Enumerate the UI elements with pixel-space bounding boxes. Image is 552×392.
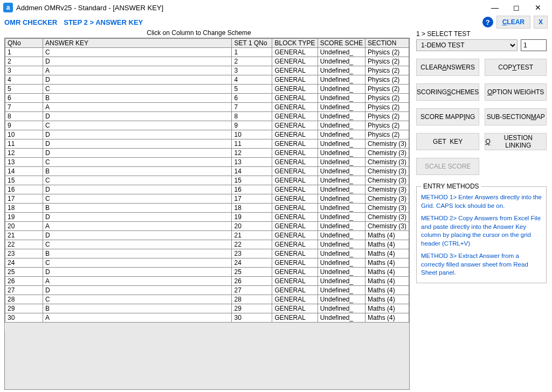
- close-button[interactable]: ✕: [527, 1, 549, 14]
- cell-set[interactable]: 15: [232, 176, 272, 185]
- cell-ans[interactable]: D: [43, 112, 232, 121]
- cell-section[interactable]: Physics (2): [365, 130, 409, 139]
- cell-qno[interactable]: 23: [5, 249, 43, 258]
- cell-qno[interactable]: 15: [5, 176, 43, 185]
- cell-score[interactable]: Undefined_: [318, 158, 365, 167]
- cell-block[interactable]: GENERAL: [272, 130, 318, 139]
- table-row[interactable]: 26A26GENERALUndefined_Maths (4): [5, 277, 409, 286]
- answer-grid[interactable]: QNo ANSWER KEY SET 1 QNo BLOCK TYPE SCOR…: [5, 38, 409, 332]
- table-row[interactable]: 23B23GENERALUndefined_Maths (4): [5, 249, 409, 258]
- cell-block[interactable]: GENERAL: [272, 258, 318, 268]
- cell-score[interactable]: Undefined_: [318, 66, 365, 75]
- cell-ans[interactable]: B: [43, 167, 232, 176]
- table-row[interactable]: 13C13GENERALUndefined_Chemistry (3): [5, 158, 409, 167]
- cell-qno[interactable]: 30: [5, 313, 43, 323]
- cell-score[interactable]: Undefined_: [318, 213, 365, 222]
- cell-qno[interactable]: 19: [5, 213, 43, 222]
- cell-qno[interactable]: 26: [5, 277, 43, 286]
- cell-block[interactable]: GENERAL: [272, 295, 318, 304]
- table-row[interactable]: 29B29GENERALUndefined_Maths (4): [5, 304, 409, 313]
- cell-section[interactable]: Physics (2): [365, 57, 409, 66]
- cell-qno[interactable]: 24: [5, 258, 43, 268]
- test-number-input[interactable]: [521, 39, 547, 51]
- table-row[interactable]: 22C22GENERALUndefined_Maths (4): [5, 240, 409, 249]
- cell-section[interactable]: Chemistry (3): [365, 194, 409, 204]
- cell-ans[interactable]: D: [43, 75, 232, 85]
- cell-ans[interactable]: B: [43, 204, 232, 213]
- cell-qno[interactable]: 7: [5, 103, 43, 112]
- table-row[interactable]: 2D2GENERALUndefined_Physics (2): [5, 57, 409, 66]
- cell-qno[interactable]: 6: [5, 94, 43, 103]
- cell-ans[interactable]: D: [43, 185, 232, 194]
- cell-ans[interactable]: A: [43, 103, 232, 112]
- cell-set[interactable]: 14: [232, 167, 272, 176]
- cell-section[interactable]: Maths (4): [365, 286, 409, 295]
- cell-ans[interactable]: D: [43, 57, 232, 66]
- col-section[interactable]: SECTION: [365, 39, 409, 48]
- cell-qno[interactable]: 22: [5, 240, 43, 249]
- cell-section[interactable]: Maths (4): [365, 295, 409, 304]
- scoring-schemes-button[interactable]: SCORING SCHEMES: [416, 83, 479, 101]
- subsection-map-button[interactable]: SUB-SECTION MAP: [485, 108, 547, 125]
- cell-section[interactable]: Maths (4): [365, 313, 409, 323]
- cell-set[interactable]: 7: [232, 103, 272, 112]
- cell-section[interactable]: Chemistry (3): [365, 149, 409, 158]
- grid-header-row[interactable]: QNo ANSWER KEY SET 1 QNo BLOCK TYPE SCOR…: [5, 39, 409, 48]
- cell-qno[interactable]: 13: [5, 158, 43, 167]
- cell-set[interactable]: 16: [232, 185, 272, 194]
- cell-score[interactable]: Undefined_: [318, 103, 365, 112]
- cell-set[interactable]: 19: [232, 213, 272, 222]
- cell-block[interactable]: GENERAL: [272, 194, 318, 204]
- cell-block[interactable]: GENERAL: [272, 158, 318, 167]
- cell-ans[interactable]: D: [43, 286, 232, 295]
- cell-qno[interactable]: 27: [5, 286, 43, 295]
- get-key-button[interactable]: GET KEY: [416, 133, 479, 150]
- cell-block[interactable]: GENERAL: [272, 94, 318, 103]
- cell-qno[interactable]: 1: [5, 48, 43, 57]
- cell-ans[interactable]: D: [43, 231, 232, 240]
- table-row[interactable]: 27D27GENERALUndefined_Maths (4): [5, 286, 409, 295]
- table-row[interactable]: 3A3GENERALUndefined_Physics (2): [5, 66, 409, 75]
- cell-section[interactable]: Physics (2): [365, 94, 409, 103]
- cell-set[interactable]: 13: [232, 158, 272, 167]
- cell-block[interactable]: GENERAL: [272, 313, 318, 323]
- table-row[interactable]: 14B14GENERALUndefined_Chemistry (3): [5, 167, 409, 176]
- table-row[interactable]: 10D10GENERALUndefined_Physics (2): [5, 130, 409, 139]
- col-score-scheme[interactable]: SCORE SCHE: [318, 39, 365, 48]
- cell-qno[interactable]: 8: [5, 112, 43, 121]
- cell-set[interactable]: 26: [232, 277, 272, 286]
- cell-score[interactable]: Undefined_: [318, 75, 365, 85]
- cell-section[interactable]: Maths (4): [365, 240, 409, 249]
- clear-answers-button[interactable]: CLEAR ANSWERS: [416, 59, 479, 76]
- table-row[interactable]: 12D12GENERALUndefined_Chemistry (3): [5, 149, 409, 158]
- cell-ans[interactable]: B: [43, 249, 232, 258]
- cell-block[interactable]: GENERAL: [272, 48, 318, 57]
- cell-block[interactable]: GENERAL: [272, 112, 318, 121]
- cell-set[interactable]: 9: [232, 121, 272, 130]
- cell-section[interactable]: Chemistry (3): [365, 158, 409, 167]
- cell-set[interactable]: 4: [232, 75, 272, 85]
- table-row[interactable]: 15C15GENERALUndefined_Chemistry (3): [5, 176, 409, 185]
- cell-ans[interactable]: C: [43, 158, 232, 167]
- cell-qno[interactable]: 29: [5, 304, 43, 313]
- cell-qno[interactable]: 11: [5, 139, 43, 149]
- cell-section[interactable]: Maths (4): [365, 258, 409, 268]
- cell-score[interactable]: Undefined_: [318, 240, 365, 249]
- table-row[interactable]: 19D19GENERALUndefined_Chemistry (3): [5, 213, 409, 222]
- cell-set[interactable]: 17: [232, 194, 272, 204]
- cell-ans[interactable]: C: [43, 194, 232, 204]
- table-row[interactable]: 18B18GENERALUndefined_Chemistry (3): [5, 204, 409, 213]
- table-row[interactable]: 9C9GENERALUndefined_Physics (2): [5, 121, 409, 130]
- cell-ans[interactable]: C: [43, 176, 232, 185]
- cell-score[interactable]: Undefined_: [318, 167, 365, 176]
- table-row[interactable]: 20A20GENERALUndefined_Chemistry (3): [5, 222, 409, 231]
- table-row[interactable]: 4D4GENERALUndefined_Physics (2): [5, 75, 409, 85]
- cell-block[interactable]: GENERAL: [272, 176, 318, 185]
- cell-section[interactable]: Chemistry (3): [365, 204, 409, 213]
- cell-qno[interactable]: 18: [5, 204, 43, 213]
- cell-score[interactable]: Undefined_: [318, 231, 365, 240]
- cell-block[interactable]: GENERAL: [272, 268, 318, 277]
- cell-qno[interactable]: 28: [5, 295, 43, 304]
- cell-block[interactable]: GENERAL: [272, 66, 318, 75]
- cell-ans[interactable]: D: [43, 213, 232, 222]
